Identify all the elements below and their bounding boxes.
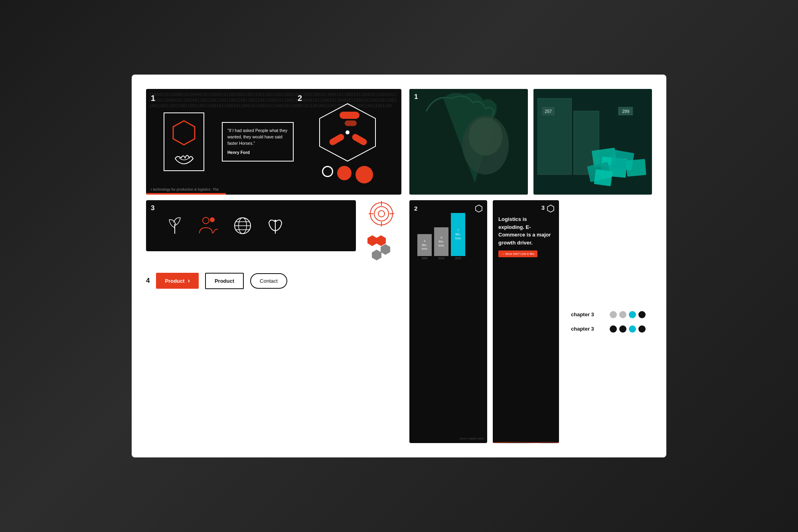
text-panel-content: Logistics is exploding. E-Commerce is a … (498, 215, 553, 246)
chapter-row-2: chapter 3 (571, 325, 646, 333)
panel-1: 1100001011000010110000101100001011001001… (146, 89, 401, 195)
bar-2020-label: 2020 (455, 257, 461, 260)
bar-chart: 3Bio.tons 2000 4Bio.tons 2010 (414, 216, 482, 260)
henry-ford-number: 1 (414, 93, 418, 101)
panel-3-row: 3 (146, 200, 401, 262)
text-panel-hex-icon (546, 204, 555, 213)
chapter-1-dot-4 (638, 311, 646, 318)
svg-marker-0 (173, 121, 195, 145)
svg-marker-44 (547, 205, 554, 212)
deco-center (361, 200, 401, 262)
svg-point-16 (378, 211, 385, 217)
svg-marker-22 (376, 235, 386, 246)
bar-2010-label: 2010 (438, 257, 444, 260)
dot-1 (322, 166, 333, 177)
svg-point-4 (346, 130, 350, 134)
svg-marker-23 (381, 244, 390, 255)
chapter-1-dots (610, 311, 646, 318)
svg-point-14 (370, 203, 393, 225)
panel-1-bottom-text: r technology for production & logistics.… (151, 187, 219, 191)
bar-2020-fill: 7Bio.tons (451, 213, 465, 256)
panel-1-right: 2 (294, 89, 401, 195)
right-column: 1 (409, 89, 652, 443)
target-icon (368, 200, 395, 227)
col-gap (401, 89, 409, 443)
link-bio-text: → More Info? Link in Bio (502, 252, 534, 256)
chapter-2-dot-1 (610, 325, 617, 333)
warehouse-illustration: 257 299 (533, 89, 652, 195)
hexagon-data-viz (314, 100, 381, 164)
chapter-1-dot-3 (629, 311, 636, 318)
contact-btn[interactable]: Contact (250, 273, 287, 289)
chapter-1-dot-1 (610, 311, 617, 318)
svg-rect-2 (340, 112, 359, 119)
svg-marker-43 (476, 205, 482, 212)
chapter-2-dots (610, 325, 646, 333)
panel-4-number: 4 (146, 277, 150, 285)
svg-rect-42 (533, 89, 652, 195)
top-photo-row: 1 (409, 89, 652, 195)
bottom-right-row: 2 3Bio.tons 2000 (409, 200, 652, 443)
product-btn-filled[interactable]: Product › (156, 273, 198, 289)
svg-rect-6 (351, 133, 368, 146)
chart-hex-icon (474, 204, 483, 213)
svg-rect-28 (409, 89, 528, 195)
bar-2010-fill: 4Bio.tons (434, 227, 448, 256)
leaf-icon (267, 216, 284, 236)
text-panel: 3 Logistics is exploding. E-Commerce is … (493, 200, 559, 443)
henry-ford-panel: 1 (409, 89, 528, 195)
hands-icon (173, 151, 195, 165)
panel-1-dots-row (322, 166, 373, 183)
bar-2010: 4Bio.tons 2010 (434, 227, 448, 260)
panel-3-number: 3 (151, 204, 154, 212)
chapter-2-dot-4 (638, 325, 646, 333)
text-panel-curve (493, 441, 559, 443)
chapter-1-label: chapter 3 (571, 311, 605, 317)
svg-point-7 (203, 217, 209, 224)
chart-number: 2 (414, 205, 482, 212)
chart-source: source: logistic report (459, 437, 484, 440)
sprout-icon (166, 216, 184, 236)
chapter-2-dot-2 (619, 325, 626, 333)
svg-point-8 (210, 217, 215, 222)
text-panel-number: 3 (541, 204, 545, 211)
hex-cluster-icon (363, 234, 399, 262)
svg-point-15 (374, 207, 389, 221)
quote-author: Henry Ford (227, 150, 288, 156)
dot-2 (337, 166, 352, 180)
bar-2000: 3Bio.tons 2000 (417, 234, 432, 260)
chapter-panel: chapter 3 chapter 3 (565, 200, 652, 443)
panel-4: 4 Product › Product Contact (146, 269, 401, 293)
quote-text: "If I had asked People what they wanted,… (227, 128, 287, 146)
hexagon-icon (170, 119, 198, 147)
chapter-2-label: chapter 3 (571, 326, 605, 332)
bar-2020: 7Bio.tons 2020 (451, 213, 465, 260)
svg-rect-3 (345, 120, 357, 126)
panel-1-icon-box (164, 112, 204, 171)
left-column: 1100001011000010110000101100001011001001… (146, 89, 401, 443)
svg-marker-24 (372, 250, 381, 260)
arrow-right-icon: › (188, 277, 190, 284)
bar-2000-label: 2000 (421, 257, 428, 260)
link-bio-button[interactable]: → More Info? Link in Bio (498, 250, 537, 257)
product-btn-outline[interactable]: Product (205, 273, 244, 289)
globe-icon (233, 216, 252, 235)
panel-1-number-2: 2 (298, 94, 302, 103)
panel-1-number: 1 (151, 94, 155, 103)
chapter-1-dot-2 (619, 311, 626, 318)
svg-rect-5 (328, 133, 346, 146)
chapter-row-1: chapter 3 (571, 311, 646, 318)
bar-2000-fill: 3Bio.tons (417, 234, 432, 256)
svg-marker-21 (367, 235, 377, 246)
dot-3 (356, 166, 373, 183)
panel-1-left-box-area (146, 89, 222, 195)
panel-1-quote-box: "If I had asked People what they wanted,… (222, 122, 294, 162)
chart-panel: 2 3Bio.tons 2000 (409, 200, 487, 443)
henry-ford-illustration (409, 89, 528, 195)
people-icon (198, 216, 219, 236)
panel-3: 3 (146, 200, 356, 251)
warehouse-panel: 257 299 (533, 89, 652, 195)
chapter-2-dot-3 (629, 325, 636, 333)
main-card: 1100001011000010110000101100001011001001… (132, 75, 666, 457)
